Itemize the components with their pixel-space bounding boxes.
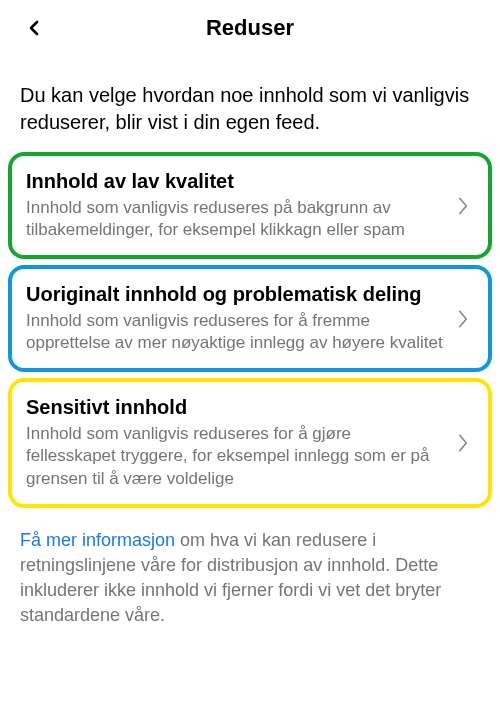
footer-text: Få mer informasjon om hva vi kan reduser…	[0, 514, 500, 643]
item-text: Uoriginalt innhold og problematisk delin…	[26, 283, 452, 354]
item-title: Innhold av lav kvalitet	[26, 170, 444, 193]
chevron-left-icon	[25, 19, 43, 37]
chevron-right-icon	[452, 308, 474, 330]
item-desc: Innhold som vanligvis reduseres på bakgr…	[26, 197, 444, 241]
item-low-quality[interactable]: Innhold av lav kvalitet Innhold som vanl…	[8, 152, 492, 259]
item-desc: Innhold som vanligvis reduseres for å gj…	[26, 423, 444, 489]
item-sensitive[interactable]: Sensitivt innhold Innhold som vanligvis …	[8, 378, 492, 507]
intro-text: Du kan velge hvordan noe innhold som vi …	[0, 56, 500, 152]
page-title: Reduser	[20, 15, 480, 41]
item-text: Sensitivt innhold Innhold som vanligvis …	[26, 396, 452, 489]
learn-more-link[interactable]: Få mer informasjon	[20, 530, 175, 550]
item-unoriginal[interactable]: Uoriginalt innhold og problematisk delin…	[8, 265, 492, 372]
back-button[interactable]	[20, 14, 48, 42]
items-list: Innhold av lav kvalitet Innhold som vanl…	[0, 152, 500, 508]
item-title: Sensitivt innhold	[26, 396, 444, 419]
chevron-right-icon	[452, 432, 474, 454]
item-text: Innhold av lav kvalitet Innhold som vanl…	[26, 170, 452, 241]
item-desc: Innhold som vanligvis reduseres for å fr…	[26, 310, 444, 354]
item-title: Uoriginalt innhold og problematisk delin…	[26, 283, 444, 306]
chevron-right-icon	[452, 195, 474, 217]
header: Reduser	[0, 0, 500, 56]
